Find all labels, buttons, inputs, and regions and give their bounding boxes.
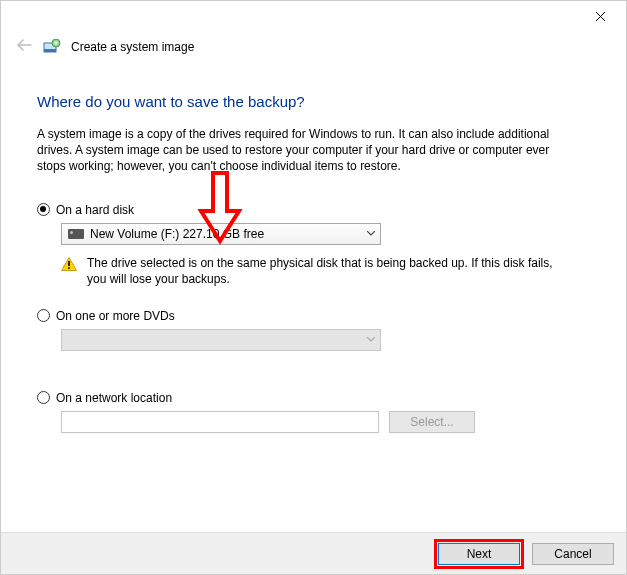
close-button[interactable] [582, 5, 618, 27]
radio-network[interactable]: On a network location [37, 391, 590, 405]
network-path-input [61, 411, 379, 433]
back-arrow-icon [15, 38, 33, 56]
window-title: Create a system image [71, 40, 194, 54]
annotation-highlight: Next [434, 539, 524, 569]
radio-dvd-label: On one or more DVDs [56, 309, 175, 323]
network-select-button: Select... [389, 411, 475, 433]
svg-rect-4 [68, 267, 70, 269]
radio-dvd[interactable]: On one or more DVDs [37, 309, 590, 323]
description-text: A system image is a copy of the drives r… [37, 126, 577, 175]
next-button[interactable]: Next [438, 543, 520, 565]
radio-indicator-icon [37, 391, 50, 404]
svg-rect-1 [44, 49, 56, 52]
chevron-down-icon [362, 224, 380, 244]
radio-hard-disk[interactable]: On a hard disk [37, 203, 590, 217]
warning-text: The drive selected is on the same physic… [87, 255, 561, 287]
warning-icon [61, 257, 77, 271]
system-image-icon [43, 39, 61, 55]
drive-select-value: New Volume (F:) 227.10 GB free [90, 227, 362, 241]
chevron-down-icon [362, 330, 380, 350]
cancel-button[interactable]: Cancel [532, 543, 614, 565]
radio-indicator-icon [37, 203, 50, 216]
radio-network-label: On a network location [56, 391, 172, 405]
radio-hard-disk-label: On a hard disk [56, 203, 134, 217]
page-heading: Where do you want to save the backup? [37, 93, 590, 110]
radio-indicator-icon [37, 309, 50, 322]
svg-rect-3 [68, 261, 70, 266]
drive-select-combo[interactable]: New Volume (F:) 227.10 GB free [61, 223, 381, 245]
dvd-select-combo [61, 329, 381, 351]
hard-disk-icon [68, 229, 84, 239]
